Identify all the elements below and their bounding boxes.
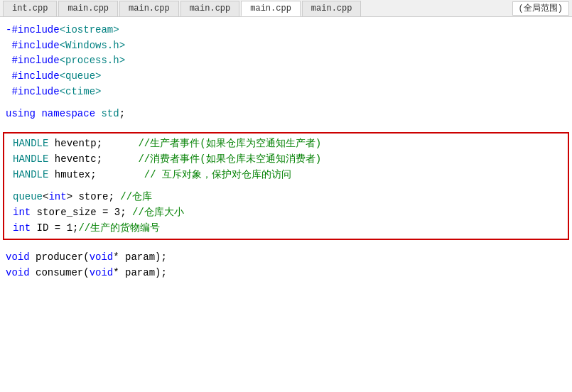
int2-comment: //生产的货物编号	[78, 221, 160, 236]
tab-1[interactable]: main.cpp	[58, 1, 118, 16]
line-include1: -#include<iostream>	[0, 23, 572, 38]
queue-tmpl: <	[43, 190, 48, 205]
void1-param-kw: void	[90, 250, 114, 266]
header-4: <queue>	[60, 69, 102, 85]
highlighted-block: HANDLE heventp; //生产者事件(如果仓库为空通知生产者) HAN…	[3, 132, 569, 240]
line-int1: int store_size = 3; //仓库大小	[7, 205, 565, 221]
scope-dropdown[interactable]: (全局范围)	[512, 1, 569, 16]
line-include4: -#include<queue>	[0, 69, 572, 85]
tab-2[interactable]: main.cpp	[119, 1, 179, 16]
line-handle2: HANDLE heventc; //消费者事件(如果仓库未空通知消费者)	[7, 152, 565, 168]
handle1-comment: //生产者事件(如果仓库为空通知生产者)	[138, 136, 321, 152]
void2-rest: consumer(	[30, 266, 90, 281]
line-include3: -#include<process.h>	[0, 53, 572, 69]
int2-rest: ID = 1;	[31, 221, 78, 236]
directive-3: #include	[11, 53, 59, 69]
header-1: <iostream>	[60, 23, 119, 38]
kw-namespace: namespace	[41, 107, 95, 122]
line-include5: -#include<ctime>	[0, 85, 572, 100]
void1-kw: void	[6, 250, 30, 266]
int1-comment: //仓库大小	[132, 205, 184, 221]
handle1-type: HANDLE	[13, 136, 48, 152]
header-3: <process.h>	[60, 53, 125, 69]
directive-2: #include	[11, 38, 59, 54]
directive-5: #include	[11, 85, 59, 100]
int1-type: int	[13, 205, 31, 221]
hash-1: -	[6, 23, 11, 38]
void2-kw: void	[6, 266, 30, 281]
line-void2: void consumer(void* param);	[0, 266, 572, 281]
line-using: using namespace std;	[0, 107, 572, 122]
line-queue: queue<int> store; //仓库	[7, 190, 565, 205]
directive-4: #include	[11, 69, 59, 85]
editor: -#include<iostream> -#include<Windows.h>…	[0, 17, 572, 287]
tab-3[interactable]: main.cpp	[180, 1, 240, 16]
handle3-type: HANDLE	[13, 168, 48, 183]
handle3-comment: // 互斥对象，保护对仓库的访问	[144, 168, 291, 183]
queue-type: queue	[13, 190, 43, 205]
line-handle3: HANDLE hmutex; // 互斥对象，保护对仓库的访问	[7, 168, 565, 183]
line-handle1: HANDLE heventp; //生产者事件(如果仓库为空通知生产者)	[7, 136, 565, 152]
queue-comment: //仓库	[120, 190, 152, 205]
line-void1: void producer(void* param);	[0, 250, 572, 266]
queue-int: int	[48, 190, 66, 205]
void2-param-kw: void	[90, 266, 114, 281]
tab-bar: int.cpp main.cpp main.cpp main.cpp main.…	[0, 0, 572, 17]
header-2: <Windows.h>	[60, 38, 125, 54]
handle3-var: hmutex;	[48, 168, 144, 183]
void1-rest: producer(	[30, 250, 90, 266]
header-5: <ctime>	[60, 85, 102, 100]
handle2-comment: //消费者事件(如果仓库未空通知消费者)	[138, 152, 321, 168]
handle2-type: HANDLE	[13, 152, 48, 168]
int1-rest: store_size = 3;	[31, 205, 132, 221]
tab-0[interactable]: int.cpp	[3, 1, 57, 16]
tab-5[interactable]: main.cpp	[302, 1, 362, 16]
handle2-var: heventc;	[48, 152, 138, 168]
directive-1: #include	[11, 23, 59, 38]
std-name: std	[101, 107, 119, 122]
handle1-var: heventp;	[48, 136, 138, 152]
line-include2: -#include<Windows.h>	[0, 38, 572, 54]
int2-type: int	[13, 221, 31, 236]
tab-4[interactable]: main.cpp	[241, 1, 301, 16]
line-int2: int ID = 1;//生产的货物编号	[7, 221, 565, 236]
kw-using: using	[6, 107, 36, 122]
